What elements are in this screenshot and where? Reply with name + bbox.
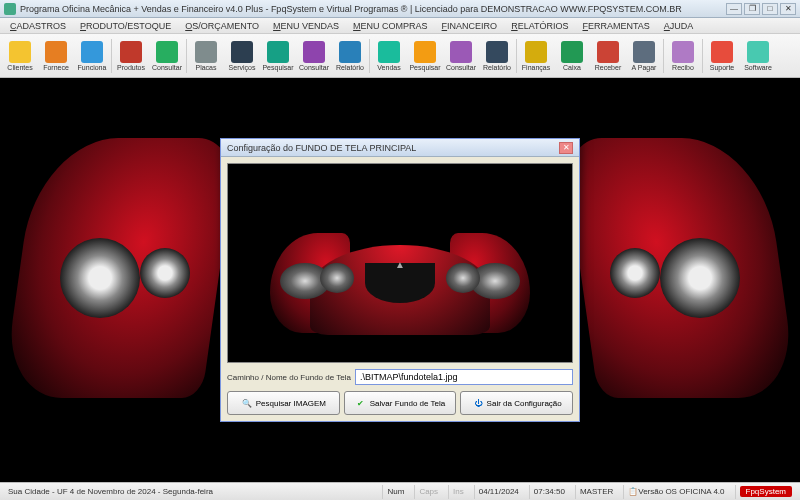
menu-ferramentas[interactable]: FERRAMENTAS xyxy=(576,20,655,32)
save-background-button[interactable]: ✔ Salvar Fundo de Tela xyxy=(344,391,457,415)
tool-label: Pesquisar xyxy=(409,64,440,71)
exit-config-button[interactable]: ⏻ Sair da Configuração xyxy=(460,391,573,415)
status-location: Sua Cidade - UF 4 de Novembro de 2024 - … xyxy=(4,485,376,499)
path-input[interactable] xyxy=(355,369,573,385)
tool-vendas[interactable]: Vendas xyxy=(371,36,407,76)
finanças-icon xyxy=(525,41,547,63)
suporte-icon xyxy=(711,41,733,63)
tool-label: Relatório xyxy=(336,64,364,71)
tool-consultar[interactable]: Consultar xyxy=(149,36,185,76)
tool-label: Consultar xyxy=(152,64,182,71)
tool-placas[interactable]: Placas xyxy=(188,36,224,76)
status-bar: Sua Cidade - UF 4 de Novembro de 2024 - … xyxy=(0,482,800,500)
exit-icon: ⏻ xyxy=(472,397,484,409)
search-icon: 🔍 xyxy=(241,397,253,409)
tool-consultar[interactable]: Consultar xyxy=(296,36,332,76)
vendas-icon xyxy=(378,41,400,63)
close-button[interactable]: ✕ xyxy=(780,3,796,15)
relatório-icon xyxy=(486,41,508,63)
tool-funciona[interactable]: Funciona xyxy=(74,36,110,76)
consultar-icon xyxy=(450,41,472,63)
tool-label: Consultar xyxy=(299,64,329,71)
menu-ajuda[interactable]: AJUDA xyxy=(658,20,700,32)
menu-relatrios[interactable]: RELATÓRIOS xyxy=(505,20,574,32)
funciona-icon xyxy=(81,41,103,63)
tool-label: Consultar xyxy=(446,64,476,71)
menu-bar: CADASTROSPRODUTO/ESTOQUEOS/ORÇAMENTOMENU… xyxy=(0,18,800,34)
consultar-icon xyxy=(303,41,325,63)
tool-produtos[interactable]: Produtos xyxy=(113,36,149,76)
check-icon: ✔ xyxy=(355,397,367,409)
tool-label: Caixa xyxy=(563,64,581,71)
status-date: 04/11/2024 xyxy=(474,485,523,499)
tool-fornece[interactable]: Fornece xyxy=(38,36,74,76)
status-time: 07:34:50 xyxy=(529,485,569,499)
car-logo-icon: ▲ xyxy=(395,259,405,270)
tool-recibo[interactable]: Recibo xyxy=(665,36,701,76)
menu-menuvendas[interactable]: MENU VENDAS xyxy=(267,20,345,32)
tool-suporte[interactable]: Suporte xyxy=(704,36,740,76)
menu-menucompras[interactable]: MENU COMPRAS xyxy=(347,20,434,32)
receber-icon xyxy=(597,41,619,63)
a pagar-icon xyxy=(633,41,655,63)
status-num: Num xyxy=(382,485,408,499)
menu-produtoestoque[interactable]: PRODUTO/ESTOQUE xyxy=(74,20,177,32)
tool-label: Serviços xyxy=(229,64,256,71)
tool-label: Clientes xyxy=(7,64,32,71)
consultar-icon xyxy=(156,41,178,63)
app-icon xyxy=(4,3,16,15)
tool-label: Placas xyxy=(195,64,216,71)
tool-label: Software xyxy=(744,64,772,71)
serviços-icon xyxy=(231,41,253,63)
menu-cadastros[interactable]: CADASTROS xyxy=(4,20,72,32)
tool-finanças[interactable]: Finanças xyxy=(518,36,554,76)
maximize-button[interactable]: □ xyxy=(762,3,778,15)
tool-label: A Pagar xyxy=(632,64,657,71)
status-brand: FpqSystem xyxy=(735,485,796,499)
status-caps: Caps xyxy=(414,485,442,499)
tool-label: Recibo xyxy=(672,64,694,71)
caixa-icon xyxy=(561,41,583,63)
pesquisar-icon xyxy=(267,41,289,63)
restore-button[interactable]: ❐ xyxy=(744,3,760,15)
tool-caixa[interactable]: Caixa xyxy=(554,36,590,76)
tool-a pagar[interactable]: A Pagar xyxy=(626,36,662,76)
tool-label: Vendas xyxy=(377,64,400,71)
tool-label: Finanças xyxy=(522,64,550,71)
status-user: MASTER xyxy=(575,485,617,499)
workspace: Configuração do FUNDO DE TELA PRINCIPAL … xyxy=(0,78,800,482)
pesquisar-icon xyxy=(414,41,436,63)
software-icon xyxy=(747,41,769,63)
clientes-icon xyxy=(9,41,31,63)
menu-financeiro[interactable]: FINANCEIRO xyxy=(436,20,504,32)
tool-relatório[interactable]: Relatório xyxy=(479,36,515,76)
menu-osoramento[interactable]: OS/ORÇAMENTO xyxy=(179,20,265,32)
background-config-dialog: Configuração do FUNDO DE TELA PRINCIPAL … xyxy=(220,138,580,422)
image-preview: ▲ xyxy=(227,163,573,363)
tool-label: Funciona xyxy=(78,64,107,71)
fornece-icon xyxy=(45,41,67,63)
search-image-button[interactable]: 🔍 Pesquisar IMAGEM xyxy=(227,391,340,415)
tool-label: Pesquisar xyxy=(262,64,293,71)
relatório-icon xyxy=(339,41,361,63)
main-toolbar: ClientesForneceFuncionaProdutosConsultar… xyxy=(0,34,800,78)
tool-pesquisar[interactable]: Pesquisar xyxy=(260,36,296,76)
tool-label: Relatório xyxy=(483,64,511,71)
tool-clientes[interactable]: Clientes xyxy=(2,36,38,76)
tool-relatório[interactable]: Relatório xyxy=(332,36,368,76)
produtos-icon xyxy=(120,41,142,63)
status-ins: Ins xyxy=(448,485,468,499)
dialog-title-text: Configuração do FUNDO DE TELA PRINCIPAL xyxy=(227,143,416,153)
tool-consultar[interactable]: Consultar xyxy=(443,36,479,76)
recibo-icon xyxy=(672,41,694,63)
placas-icon xyxy=(195,41,217,63)
dialog-close-button[interactable]: ✕ xyxy=(559,142,573,154)
tool-software[interactable]: Software xyxy=(740,36,776,76)
dialog-titlebar[interactable]: Configuração do FUNDO DE TELA PRINCIPAL … xyxy=(221,139,579,157)
tool-serviços[interactable]: Serviços xyxy=(224,36,260,76)
window-title: Programa Oficina Mecânica + Vendas e Fin… xyxy=(20,4,726,14)
tool-pesquisar[interactable]: Pesquisar xyxy=(407,36,443,76)
tool-receber[interactable]: Receber xyxy=(590,36,626,76)
minimize-button[interactable]: — xyxy=(726,3,742,15)
tool-label: Receber xyxy=(595,64,621,71)
